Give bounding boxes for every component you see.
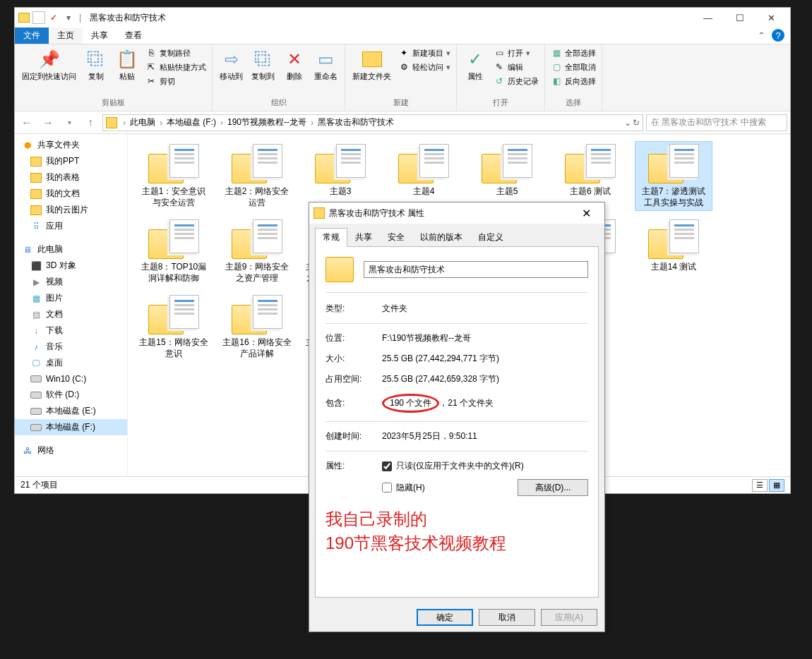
folder-item[interactable]: 主题14 测试 [635, 217, 712, 286]
rename-button[interactable]: ▭重命名 [311, 47, 340, 83]
folder-label: 主题16：网络安全产品详解 [221, 337, 293, 359]
copy-button[interactable]: ⿻复制 [82, 47, 110, 83]
nav-item[interactable]: ⬛3D 对象 [15, 258, 127, 274]
folder-item[interactable]: 主题3 [301, 141, 379, 211]
selectnone-button[interactable]: ▢全部取消 [549, 61, 597, 73]
tab-view[interactable]: 查看 [117, 28, 150, 44]
breadcrumb-item[interactable]: 黑客攻击和防守技术 [315, 116, 397, 128]
details-view-button[interactable]: ☰ [752, 479, 768, 492]
nav-item[interactable]: ▤文档 [15, 306, 127, 322]
breadcrumb-dropdown-icon[interactable]: ⌄ [624, 118, 631, 128]
folder-item[interactable]: 主题8：TOP10漏洞详解和防御 [135, 217, 213, 286]
folder-item[interactable]: 主题7：渗透测试工具实操与实战 [635, 141, 712, 211]
copy-path-button[interactable]: ⎘复制路径 [144, 47, 208, 59]
nav-item[interactable]: 我的表格 [15, 169, 127, 186]
ptab-prev[interactable]: 以前的版本 [412, 228, 470, 247]
maximize-button[interactable]: ☐ [724, 8, 756, 28]
properties-close-button[interactable]: ✕ [572, 203, 600, 223]
breadcrumb-item[interactable]: 本地磁盘 (F:) [164, 116, 219, 128]
nav-item[interactable]: Win10 (C:) [15, 371, 127, 387]
qat-placeholder-icon[interactable] [32, 11, 45, 24]
nav-item[interactable]: ▶视频 [15, 274, 127, 290]
selectall-button[interactable]: ▦全部选择 [549, 47, 597, 59]
close-button[interactable]: ✕ [756, 8, 787, 28]
nav-up-button[interactable]: ↑ [81, 114, 100, 132]
nav-back-button[interactable]: ← [18, 114, 36, 132]
breadcrumb-item[interactable]: 此电脑 [127, 116, 158, 128]
pin-button[interactable]: 📌固定到快速访问 [19, 47, 79, 83]
paste-shortcut-button[interactable]: ⇱粘贴快捷方式 [144, 61, 208, 73]
drive-icon [30, 389, 42, 401]
icons-view-button[interactable]: ▦ [769, 479, 784, 492]
open-button[interactable]: ▭打开▾ [492, 47, 540, 59]
tab-home[interactable]: 主页 [49, 28, 83, 44]
ptab-security[interactable]: 安全 [380, 228, 412, 247]
folder-item[interactable]: 主题4 [385, 141, 462, 211]
help-icon[interactable]: ? [772, 29, 784, 42]
ptab-share[interactable]: 共享 [347, 228, 380, 247]
folder-item[interactable]: 主题16：网络安全产品详解 [218, 292, 296, 362]
folder-thumbnail-icon [232, 144, 282, 183]
newitem-button[interactable]: ✦新建项目▾ [397, 47, 452, 59]
ribbon-expand-icon[interactable]: ⌃ [755, 29, 768, 42]
paste-icon: 📋 [116, 48, 138, 71]
nav-item[interactable]: ↓下载 [15, 322, 127, 339]
breadcrumb-refresh-icon[interactable]: ↻ [633, 118, 640, 128]
search-input[interactable]: 在 黑客攻击和防守技术 中搜索 [646, 114, 787, 131]
advanced-button[interactable]: 高级(D)... [518, 479, 588, 496]
folder-item[interactable]: 主题6 测试 [551, 141, 629, 211]
delete-button[interactable]: ✕删除 [280, 47, 309, 83]
folder-item[interactable]: 主题15：网络安全意识 [135, 292, 213, 362]
nav-item[interactable]: 我的PPT [15, 153, 127, 169]
nav-pc-header[interactable]: 🖥此电脑 [15, 241, 127, 258]
nav-item[interactable]: 我的文档 [15, 186, 127, 202]
tab-file[interactable]: 文件 [15, 28, 49, 44]
easyaccess-button[interactable]: ⚙轻松访问▾ [397, 61, 452, 73]
nav-network[interactable]: 🖧网络 [15, 442, 127, 459]
hidden-checkbox[interactable]: 隐藏(H) [382, 482, 425, 494]
nav-recent-button[interactable]: ▾ [60, 114, 78, 132]
network-icon: 🖧 [22, 445, 33, 457]
nav-forward-button[interactable]: → [39, 114, 57, 132]
cut-button[interactable]: ✂剪切 [144, 75, 208, 87]
nav-item[interactable]: 本地磁盘 (E:) [15, 403, 127, 419]
newfolder-button[interactable]: 新建文件夹 [350, 47, 394, 83]
invert-button[interactable]: ◧反向选择 [549, 75, 597, 87]
qat-dropdown-icon[interactable]: ▾ [62, 11, 75, 24]
history-button[interactable]: ↺历史记录 [492, 75, 540, 87]
nav-quick-header[interactable]: ⬢共享文件夹 [15, 137, 127, 153]
folder-item[interactable]: 主题1：安全意识与安全运营 [135, 141, 213, 211]
window-buttons: — ☐ ✕ [692, 8, 787, 28]
copyto-button[interactable]: ⿻复制到 [249, 47, 277, 83]
nav-item[interactable]: ♪音乐 [15, 339, 127, 355]
rename-icon: ▭ [315, 48, 338, 71]
folder-thumbnail-icon [232, 219, 282, 259]
edit-button[interactable]: ✎编辑 [492, 61, 540, 73]
paste-button[interactable]: 📋粘贴 [113, 47, 141, 83]
moveto-button[interactable]: ⇨移动到 [217, 47, 246, 83]
nav-item[interactable]: ▦图片 [15, 290, 127, 306]
properties-button[interactable]: ✓属性 [461, 47, 489, 83]
nav-item[interactable]: 软件 (D:) [15, 387, 127, 403]
folder-item[interactable]: 主题9：网络安全之资产管理 [218, 217, 296, 286]
folder-name-input[interactable] [364, 261, 588, 278]
folder-item[interactable]: 主题2：网络安全运营 [218, 141, 296, 211]
apply-button[interactable]: 应用(A) [541, 609, 597, 626]
minimize-button[interactable]: — [692, 8, 724, 28]
nav-item[interactable]: 🖵桌面 [15, 355, 127, 371]
nav-item[interactable]: ⠿应用 [15, 218, 127, 234]
cancel-button[interactable]: 取消 [479, 609, 535, 626]
shortcut-icon: ⇱ [145, 61, 157, 73]
nav-item[interactable]: 我的云图片 [15, 202, 127, 218]
ok-button[interactable]: 确定 [417, 609, 473, 626]
nav-item-current[interactable]: 本地磁盘 (F:) [15, 419, 127, 435]
readonly-checkbox[interactable]: 只读(仅应用于文件夹中的文件)(R) [382, 460, 588, 472]
tab-share[interactable]: 共享 [83, 28, 117, 44]
breadcrumb[interactable]: › 此电脑› 本地磁盘 (F:)› 190节视频教程--龙哥› 黑客攻击和防守技… [102, 114, 643, 131]
ptab-general[interactable]: 常规 [315, 228, 347, 247]
qat-check-icon[interactable]: ✓ [47, 11, 60, 24]
breadcrumb-item[interactable]: 190节视频教程--龙哥 [225, 116, 309, 128]
folder-item[interactable]: 主题5 [468, 141, 546, 211]
ptab-custom[interactable]: 自定义 [470, 228, 511, 247]
folder-thumbnail-icon [315, 144, 366, 183]
